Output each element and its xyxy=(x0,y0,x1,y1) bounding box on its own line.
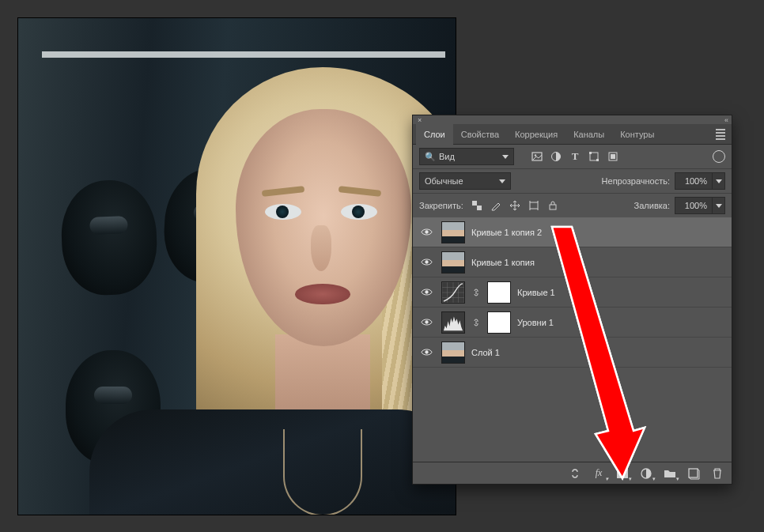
tab-paths[interactable]: Контуры xyxy=(612,124,662,145)
lock-label: Закрепить: xyxy=(419,201,463,210)
svg-rect-7 xyxy=(611,154,615,159)
layer-name[interactable]: Кривые 1 копия xyxy=(471,258,535,267)
mask-link-icon[interactable] xyxy=(471,318,481,327)
blend-opacity-row: Обычные Непрозрачность: 100% xyxy=(413,168,732,194)
add-layer-mask-button[interactable]: ▾ xyxy=(616,467,629,480)
visibility-toggle[interactable] xyxy=(418,286,435,298)
adjustment-thumbnail[interactable] xyxy=(441,281,465,304)
visibility-toggle[interactable] xyxy=(418,226,435,238)
svg-point-1 xyxy=(535,154,536,156)
svg-point-14 xyxy=(425,260,428,263)
visibility-toggle[interactable] xyxy=(418,256,435,268)
layer-mask-thumbnail[interactable] xyxy=(487,281,511,304)
layer-name[interactable]: Кривые 1 копия 2 xyxy=(471,228,542,237)
tab-properties[interactable]: Свойства xyxy=(453,124,507,145)
layer-mask-thumbnail[interactable] xyxy=(487,311,511,334)
layer-row[interactable]: Уровни 1 xyxy=(413,308,732,338)
lock-transparency-icon[interactable] xyxy=(471,200,482,211)
layers-list: Кривые 1 копия 2 Кривые 1 копия Кривые 1 xyxy=(413,217,732,462)
link-layers-button[interactable] xyxy=(569,467,581,480)
visibility-toggle[interactable] xyxy=(418,346,435,358)
svg-point-13 xyxy=(425,230,428,233)
fill-input[interactable]: 100% xyxy=(675,197,725,214)
svg-rect-12 xyxy=(550,205,556,209)
search-icon: 🔍 xyxy=(425,152,436,162)
fill-label: Заливка: xyxy=(634,201,670,210)
filter-adjustment-icon[interactable] xyxy=(550,151,562,162)
layer-thumbnail[interactable] xyxy=(441,251,465,274)
canvas-image[interactable] xyxy=(17,17,456,515)
new-group-button[interactable]: ▾ xyxy=(664,467,676,480)
svg-rect-4 xyxy=(589,152,592,154)
filter-kind-label: Вид xyxy=(439,152,455,161)
svg-rect-9 xyxy=(472,201,477,206)
image-content xyxy=(18,18,456,515)
blend-mode-select[interactable]: Обычные xyxy=(419,172,511,190)
layer-name[interactable]: Уровни 1 xyxy=(517,318,554,327)
filter-pixel-icon[interactable] xyxy=(531,151,543,162)
svg-point-16 xyxy=(425,320,428,323)
blend-mode-value: Обычные xyxy=(425,176,463,186)
filter-row: 🔍 Вид T xyxy=(413,145,732,168)
svg-point-19 xyxy=(620,470,626,476)
close-panel-icon[interactable]: × xyxy=(418,116,422,124)
layer-row[interactable]: Кривые 1 копия 2 xyxy=(413,217,732,247)
lock-position-icon[interactable] xyxy=(509,200,520,211)
mask-link-icon[interactable] xyxy=(471,288,481,297)
layer-style-button[interactable]: fx▾ xyxy=(592,467,605,480)
layers-panel: × « Слои Свойства Коррекция Каналы Конту… xyxy=(412,115,732,485)
collapse-panel-icon[interactable]: « xyxy=(724,116,727,124)
layer-thumbnail[interactable] xyxy=(441,341,465,364)
opacity-label: Непрозрачность: xyxy=(602,176,670,186)
filter-toggle[interactable] xyxy=(713,150,725,163)
lock-artboard-icon[interactable] xyxy=(528,200,539,211)
svg-rect-21 xyxy=(689,469,698,477)
new-adjustment-layer-button[interactable]: ▾ xyxy=(640,467,652,480)
visibility-toggle[interactable] xyxy=(418,316,435,328)
filter-type-icon[interactable]: T xyxy=(569,151,581,162)
layer-thumbnail[interactable] xyxy=(441,221,465,243)
tab-channels[interactable]: Каналы xyxy=(565,124,612,145)
chevron-down-icon xyxy=(499,179,505,183)
filter-smart-icon[interactable] xyxy=(607,151,618,162)
layer-row[interactable]: Кривые 1 копия xyxy=(413,247,732,277)
layer-row[interactable]: Слой 1 xyxy=(413,338,732,368)
lock-fill-row: Закрепить: Заливка: 100% xyxy=(413,194,732,217)
layer-name[interactable]: Кривые 1 xyxy=(517,288,555,297)
svg-rect-11 xyxy=(530,202,538,209)
panel-bottom-toolbar: fx▾ ▾ ▾ ▾ xyxy=(413,462,732,484)
svg-point-17 xyxy=(425,350,428,353)
lock-all-icon[interactable] xyxy=(547,200,558,211)
fill-value: 100% xyxy=(675,198,712,213)
tab-adjustments[interactable]: Коррекция xyxy=(507,124,565,145)
chevron-down-icon xyxy=(502,155,509,159)
filter-shape-icon[interactable] xyxy=(588,151,599,162)
panel-tabs: Слои Свойства Коррекция Каналы Контуры xyxy=(413,124,732,145)
new-layer-button[interactable] xyxy=(687,467,700,480)
opacity-value: 100% xyxy=(675,173,712,189)
lock-pixels-icon[interactable] xyxy=(490,200,501,211)
opacity-input[interactable]: 100% xyxy=(675,172,725,190)
adjustment-thumbnail[interactable] xyxy=(441,311,465,334)
svg-point-15 xyxy=(425,290,428,293)
svg-rect-5 xyxy=(596,159,599,161)
panel-menu-icon[interactable] xyxy=(709,129,732,140)
filter-kind-select[interactable]: 🔍 Вид xyxy=(419,148,514,165)
chevron-down-icon xyxy=(716,204,722,208)
delete-layer-button[interactable] xyxy=(711,467,724,480)
layer-row[interactable]: Кривые 1 xyxy=(413,277,732,308)
chevron-down-icon xyxy=(716,179,722,183)
layer-name[interactable]: Слой 1 xyxy=(471,348,500,357)
tab-layers[interactable]: Слои xyxy=(416,124,453,145)
svg-rect-10 xyxy=(477,206,482,210)
